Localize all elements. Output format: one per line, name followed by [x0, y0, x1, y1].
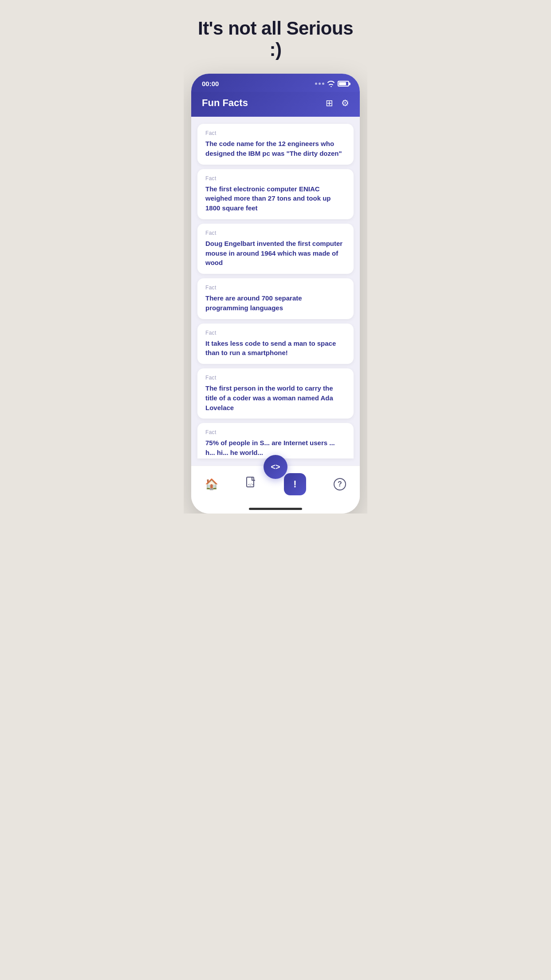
fact-text-4: There are around 700 separate programmin…: [205, 293, 346, 313]
fact-text-3: Doug Engelbart invented the first comput…: [205, 239, 346, 268]
content-area: Fact The code name for the 12 engineers …: [191, 117, 360, 466]
fact-label-4: Fact: [205, 285, 346, 291]
fact-label-5: Fact: [205, 330, 346, 336]
home-indicator-bar: [191, 508, 360, 514]
fact-label-3: Fact: [205, 230, 346, 236]
help-icon: ?: [334, 478, 346, 490]
fact-text-5: It takes less code to send a man to spac…: [205, 339, 346, 358]
fact-text-7: 75% of people in S... are Internet users…: [205, 438, 346, 458]
signal-icon: [315, 83, 324, 85]
add-widget-icon[interactable]: ⊞: [326, 98, 333, 108]
fact-card-2[interactable]: Fact The first electronic computer ENIAC…: [197, 169, 354, 219]
code-file-icon: </>: [246, 477, 256, 492]
app-header-title: Fun Facts: [202, 97, 248, 109]
status-icons: [315, 81, 349, 87]
status-bar: 00:00: [191, 74, 360, 92]
status-time: 00:00: [202, 80, 219, 87]
nav-code-file[interactable]: </>: [239, 475, 264, 494]
fact-label-1: Fact: [205, 130, 346, 136]
code-icon: <>: [271, 462, 280, 472]
alert-active-icon: !: [284, 473, 306, 495]
battery-icon: [338, 81, 349, 87]
page-title: It's not all Serious :): [184, 18, 367, 60]
nav-home[interactable]: 🏠: [198, 476, 225, 492]
floating-code-button[interactable]: <>: [264, 455, 287, 479]
fact-text-1: The code name for the 12 engineers who d…: [205, 139, 346, 158]
fact-card-7-partial[interactable]: Fact 75% of people in S... are Internet …: [197, 423, 354, 458]
fact-label-6: Fact: [205, 375, 346, 381]
nav-help[interactable]: ?: [327, 476, 353, 492]
fact-card-5[interactable]: Fact It takes less code to send a man to…: [197, 324, 354, 364]
fact-card-1[interactable]: Fact The code name for the 12 engineers …: [197, 124, 354, 165]
home-icon: 🏠: [205, 478, 218, 490]
fact-card-4[interactable]: Fact There are around 700 separate progr…: [197, 278, 354, 319]
fact-label-7: Fact: [205, 429, 346, 435]
fact-card-6[interactable]: Fact The first person in the world to ca…: [197, 368, 354, 419]
svg-text:</>: </>: [248, 483, 254, 486]
phone-frame: 00:00 Fun Facts ⊞ ⚙ Fa: [191, 74, 360, 514]
settings-icon[interactable]: ⚙: [341, 98, 349, 108]
fact-card-3[interactable]: Fact Doug Engelbart invented the first c…: [197, 224, 354, 274]
header-icons: ⊞ ⚙: [326, 98, 349, 108]
fact-text-6: The first person in the world to carry t…: [205, 383, 346, 412]
fact-text-2: The first electronic computer ENIAC weig…: [205, 184, 346, 213]
fact-label-2: Fact: [205, 175, 346, 182]
app-header: Fun Facts ⊞ ⚙: [191, 92, 360, 117]
wifi-icon: [327, 81, 335, 87]
home-indicator: [249, 508, 302, 510]
